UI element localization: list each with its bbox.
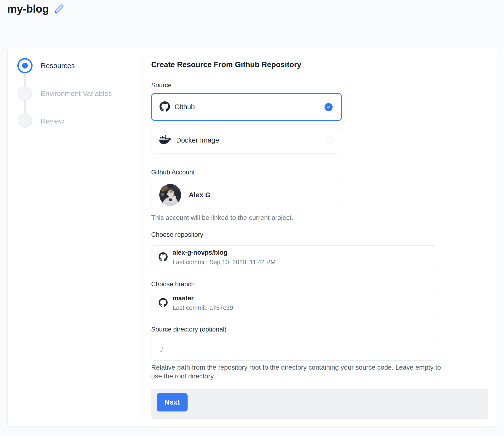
step-label-resources[interactable]: Resources <box>41 62 75 70</box>
page-title: my-blog <box>7 2 49 15</box>
github-icon <box>160 101 170 113</box>
create-resource-page: my-blog Resources Environment Variables … <box>0 0 504 436</box>
step-label-environment-variables[interactable]: Environment Variables <box>41 90 112 98</box>
step-connector <box>24 72 26 88</box>
account-helper-text: This account will be linked to the curre… <box>151 214 293 222</box>
form-heading: Create Resource From Github Repository <box>151 60 301 69</box>
unselected-radio-icon[interactable] <box>326 137 333 144</box>
branch-last-commit: Last commit: a767c39 <box>173 304 233 312</box>
step-indicator-environment-variables[interactable] <box>18 86 32 101</box>
source-option-docker-label: Docker Image <box>176 136 219 144</box>
source-option-github[interactable]: Github <box>151 93 342 121</box>
source-label: Source <box>151 82 172 89</box>
repository-last-commit: Last commit: Sep 10, 2020, 11:42 PM <box>173 259 276 266</box>
source-directory-input[interactable] <box>151 339 437 361</box>
github-icon <box>159 252 168 262</box>
github-account-label: Github Account <box>151 169 195 176</box>
active-step-dot-icon <box>22 63 28 69</box>
account-name: Alex G <box>189 191 211 199</box>
repository-name: alex-g-novps/blog <box>173 249 276 256</box>
wizard-card: Resources Environment Variables Review C… <box>7 48 497 427</box>
docker-icon <box>159 135 172 146</box>
choose-branch-label: Choose branch <box>151 281 195 288</box>
choose-repository-label: Choose repository <box>151 231 203 239</box>
github-account-card[interactable]: Alex G <box>151 181 342 209</box>
branch-name: master <box>173 295 233 302</box>
page-header: my-blog <box>7 2 64 15</box>
repository-select[interactable]: alex-g-novps/blog Last commit: Sep 10, 2… <box>151 245 437 269</box>
source-directory-helper-text: Relative path from the repository root t… <box>151 363 442 380</box>
edit-title-icon[interactable] <box>54 4 64 14</box>
stepper-divider <box>141 55 142 420</box>
selected-check-icon <box>324 103 333 111</box>
next-button[interactable]: Next <box>157 393 188 411</box>
step-connector <box>24 100 26 115</box>
avatar <box>159 184 181 206</box>
source-option-github-label: Github <box>174 103 195 111</box>
branch-select[interactable]: master Last commit: a767c39 <box>151 291 437 315</box>
step-indicator-resources[interactable] <box>17 58 33 73</box>
step-indicator-review[interactable] <box>18 113 32 128</box>
source-option-docker[interactable]: Docker Image <box>151 127 342 154</box>
source-directory-label: Source directory (optional) <box>151 326 226 333</box>
github-icon <box>159 298 168 308</box>
form-footer: Next <box>151 389 488 418</box>
step-label-review[interactable]: Review <box>41 117 64 125</box>
